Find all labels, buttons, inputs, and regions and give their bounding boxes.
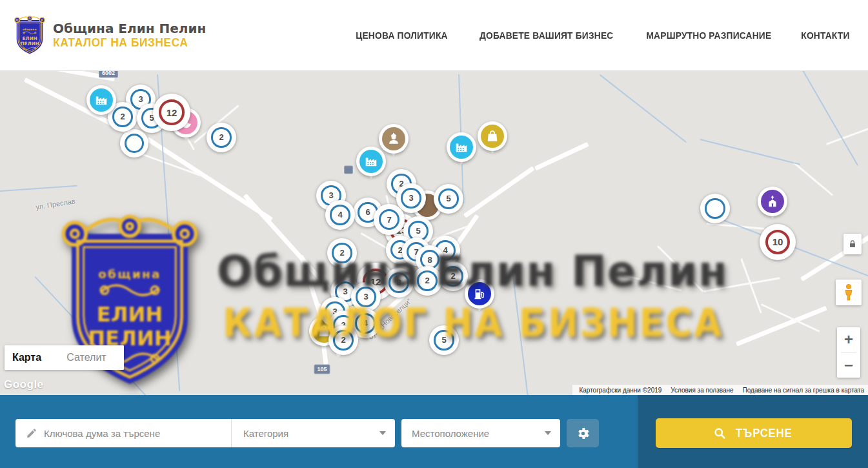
cluster-marker[interactable] xyxy=(700,194,730,223)
logo-subtitle: КАТАЛОГ НА БИЗНЕСА xyxy=(53,36,201,50)
cluster-count: 5 xyxy=(434,330,454,350)
map-road xyxy=(243,194,335,295)
cluster-marker[interactable]: 10 xyxy=(760,224,796,260)
cluster-marker[interactable]: 7 xyxy=(374,204,405,235)
google-logo[interactable]: Google xyxy=(4,378,44,391)
nav-route-schedule[interactable]: МАРШРУТНО РАЗПИСАНИЕ xyxy=(647,30,772,41)
pin-head xyxy=(356,147,386,176)
map-pin-church[interactable] xyxy=(758,187,787,216)
crest-text-top: община xyxy=(23,27,37,30)
gear-icon xyxy=(576,426,590,441)
map-pin-shopping-bag[interactable] xyxy=(478,121,507,151)
cluster-marker[interactable]: 4 xyxy=(325,200,355,230)
nav-add-your-business[interactable]: ДОБАВЕТЕ ВАШИЯТ БИЗНЕС xyxy=(479,30,613,41)
map-pin-factory[interactable] xyxy=(447,132,476,162)
lock-icon xyxy=(847,239,858,249)
site-logo[interactable]: община ЕЛИН ПЕЛИН Община Елин Пелин КАТА… xyxy=(13,14,206,57)
cluster-count: 7 xyxy=(379,209,400,230)
cluster-count: 4 xyxy=(330,205,350,225)
map-boundary-line xyxy=(35,276,151,395)
map-pin-factory[interactable] xyxy=(356,147,386,176)
factory-icon xyxy=(450,136,473,159)
map-canvas[interactable]: ул. Преславбул. „Новоселци“ци“6002105 32… xyxy=(0,71,868,395)
factory-icon xyxy=(359,150,383,173)
map-road xyxy=(736,306,827,347)
nav-pricing-policy[interactable]: ЦЕНОВА ПОЛИТИКА xyxy=(356,30,447,41)
map-road xyxy=(612,271,681,291)
search-button[interactable]: ТЪРСЕНЕ xyxy=(656,418,852,448)
fuel-pump-icon xyxy=(468,282,491,305)
search-section: Категория Местоположение ТЪРСЕНЕ xyxy=(0,395,868,468)
zoom-out-button[interactable]: − xyxy=(837,353,860,378)
category-select[interactable]: Категория xyxy=(232,419,395,447)
cluster-marker[interactable]: 2 xyxy=(412,266,442,296)
nav-contacts[interactable]: КОНТАКТИ xyxy=(801,30,849,41)
cluster-marker[interactable]: 2 xyxy=(438,261,468,291)
zoom-in-button[interactable]: + xyxy=(837,327,860,352)
pin-head xyxy=(478,121,507,151)
cluster-count: 2 xyxy=(211,127,231,147)
map-boundary-line xyxy=(512,271,529,395)
pencil-icon xyxy=(26,427,37,439)
cluster-count: 3 xyxy=(356,287,376,307)
cluster-count: 3 xyxy=(401,188,421,208)
cluster-marker[interactable]: 8 xyxy=(384,268,414,298)
attribution-report-link[interactable]: Подаване на сигнал за грешка в картата xyxy=(743,387,864,394)
crest-text-line2: ПЕЛИН xyxy=(20,41,39,46)
map-boundary-line xyxy=(700,139,801,165)
cluster-count: 2 xyxy=(443,266,463,286)
cluster-marker[interactable]: 5 xyxy=(429,325,459,355)
streetview-pegman-button[interactable] xyxy=(836,280,862,305)
map-road xyxy=(826,123,868,145)
advanced-search-button[interactable] xyxy=(567,419,599,447)
cluster-marker[interactable]: 2 xyxy=(207,123,236,152)
road-badge: 6002 xyxy=(99,71,118,78)
crest-text-line1: ЕЛИН xyxy=(97,302,163,327)
cluster-count: 8 xyxy=(389,272,409,292)
pin-head xyxy=(758,187,787,216)
category-select-label: Категория xyxy=(243,428,379,439)
header: община ЕЛИН ПЕЛИН Община Елин Пелин КАТА… xyxy=(0,0,868,71)
map-boundary-line xyxy=(600,74,687,143)
map-road xyxy=(534,142,589,170)
cluster-marker[interactable] xyxy=(120,129,148,158)
keyword-category-box: Категория xyxy=(15,419,395,447)
cluster-count: 5 xyxy=(438,188,458,209)
map-pin-factory[interactable] xyxy=(86,85,116,115)
map-attribution: Картографски данни ©2019 Условия за полз… xyxy=(572,385,868,395)
map-type-control: Карта Сателит xyxy=(5,345,124,370)
cluster-count: 2 xyxy=(333,330,353,350)
main-nav: ЦЕНОВА ПОЛИТИКА ДОБАВЕТЕ ВАШИЯТ БИЗНЕС М… xyxy=(352,30,852,41)
cluster-marker[interactable]: 2 xyxy=(327,238,357,268)
cluster-marker[interactable]: 2 xyxy=(328,325,358,355)
page: община ЕЛИН ПЕЛИН Община Елин Пелин КАТА… xyxy=(0,0,868,468)
cluster-count: 10 xyxy=(765,230,790,254)
cluster-count: 2 xyxy=(417,270,437,290)
chevron-down-icon xyxy=(545,431,551,435)
attribution-map-data: Картографски данни ©2019 xyxy=(579,387,661,394)
pin-head xyxy=(447,132,476,162)
cluster-count xyxy=(705,198,725,218)
shopping-bag-icon xyxy=(481,125,504,148)
location-select-label: Местоположение xyxy=(412,428,545,439)
map-road xyxy=(703,277,780,292)
pegman-icon xyxy=(841,283,856,301)
road-badge xyxy=(344,166,353,174)
cluster-marker[interactable]: 12 xyxy=(153,94,190,131)
map-type-map-button[interactable]: Карта xyxy=(5,345,49,370)
map-pin-fuel-pump[interactable] xyxy=(465,279,494,309)
location-select[interactable]: Местоположение xyxy=(401,419,560,447)
attribution-terms-link[interactable]: Условия за ползване xyxy=(671,387,733,394)
cluster-marker[interactable]: 3 xyxy=(351,282,381,312)
search-button-label: ТЪРСЕНЕ xyxy=(736,427,792,440)
logo-title: Община Елин Пелин xyxy=(53,21,206,36)
cluster-count: 12 xyxy=(159,99,184,125)
map-road xyxy=(463,166,535,218)
church-icon xyxy=(761,190,784,213)
lock-control-button[interactable] xyxy=(843,234,862,254)
map-boundary-line xyxy=(799,71,858,166)
cluster-marker[interactable]: 5 xyxy=(434,184,463,214)
keyword-search-input[interactable] xyxy=(44,428,231,439)
road-badge: 105 xyxy=(314,365,330,374)
map-type-satellite-button[interactable]: Сателит xyxy=(49,345,124,370)
